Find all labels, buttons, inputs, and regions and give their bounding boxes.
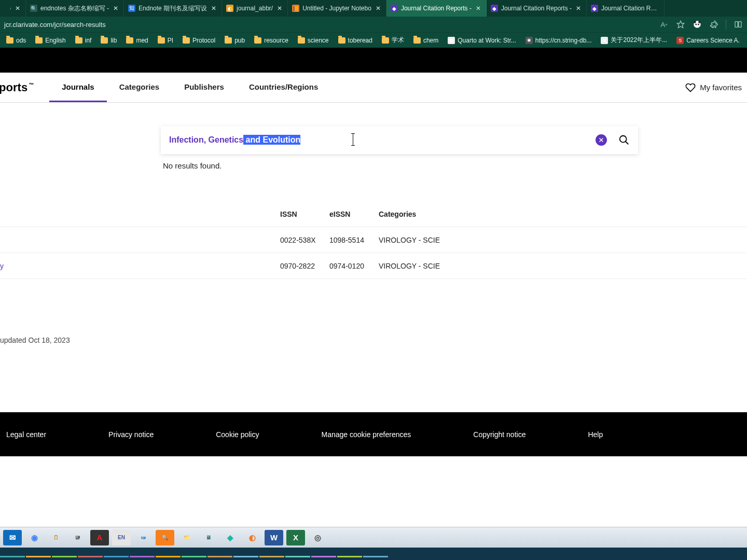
folder-icon <box>382 37 389 44</box>
nav-item-countriesregions[interactable]: Countries/Regions <box>237 73 330 102</box>
header-issn[interactable]: ISSN <box>280 210 329 218</box>
table-row[interactable]: y 0970-2822 0974-0120 VIROLOGY - SCIE <box>0 253 747 279</box>
taskbar-adobe-icon[interactable]: A <box>90 530 109 545</box>
footer-link[interactable]: Manage cookie preferences <box>321 430 411 439</box>
favorite-star-icon[interactable] <box>676 20 685 29</box>
header-categories[interactable]: Categories <box>379 210 747 218</box>
bookmark-item[interactable]: lib <box>98 36 120 45</box>
footer-link[interactable]: Cookie policy <box>216 430 259 439</box>
tab-close-button[interactable]: ✕ <box>276 5 283 12</box>
table-row[interactable]: 0022-538X 1098-5514 VIROLOGY - SCIE <box>0 227 747 253</box>
tab-title: Journal Citation Reports - <box>601 5 660 12</box>
bookmark-item[interactable]: SCareers Science A. <box>673 36 743 45</box>
extensions-icon[interactable] <box>709 20 718 29</box>
nav-item-publishers[interactable]: Publishers <box>172 73 237 102</box>
browser-tab[interactable]: ◆ Journal Citation Reports - ✕ <box>487 0 587 17</box>
bookmark-item[interactable]: pub <box>222 36 248 45</box>
nav-item-categories[interactable]: Categories <box>107 73 172 102</box>
strip-cell <box>104 556 129 557</box>
url-bar: jcr.clarivate.com/jcr/search-results A» <box>0 17 747 32</box>
tab-close-button[interactable]: ✕ <box>210 5 217 12</box>
url-text[interactable]: jcr.clarivate.com/jcr/search-results <box>4 21 654 29</box>
read-aloud-icon[interactable]: A» <box>659 20 669 29</box>
bookmark-item[interactable]: 学术 <box>379 35 407 46</box>
taskbar-explorer-icon[interactable]: 📁 <box>177 530 196 545</box>
tab-close-button[interactable]: ✕ <box>575 5 582 12</box>
cell-categories: VIROLOGY - SCIE <box>379 236 747 244</box>
bookmark-item[interactable]: toberead <box>335 36 376 45</box>
folder-icon <box>126 37 133 44</box>
bookmark-label: toberead <box>348 37 372 44</box>
browser-tab[interactable]: 📙 Untitled - Jupyter Notebo ✕ <box>288 0 386 17</box>
folder-icon <box>101 37 108 44</box>
bookmark-item[interactable]: English <box>32 36 68 45</box>
footer-link[interactable]: Help <box>588 430 603 439</box>
bookmark-item[interactable]: resource <box>251 36 292 45</box>
bookmark-item[interactable]: med <box>123 36 151 45</box>
search-button[interactable] <box>618 134 630 146</box>
tab-title: endnotes 杂志名称缩写 - <box>40 4 109 13</box>
bookmark-item[interactable]: inf <box>72 36 95 45</box>
search-box[interactable]: Infection, Genetics and Evolution <box>161 126 638 154</box>
bookmark-label: science <box>308 37 329 44</box>
browser-tab[interactable]: ◆ Journal Citation Reports - <box>587 0 665 17</box>
bookmark-item[interactable]: ods <box>3 36 29 45</box>
taskbar-jupyter-icon[interactable]: ◐ <box>243 530 261 545</box>
taskbar-db-icon[interactable]: 🖥 <box>199 530 218 545</box>
bookmark-label: resource <box>264 37 288 44</box>
taskbar-excel-icon[interactable]: X <box>286 530 305 545</box>
bookmark-item[interactable]: Protocol <box>179 36 218 45</box>
bookmark-label: https://cn.string-db... <box>535 37 592 44</box>
tab-favicon-icon: 📙 <box>292 5 299 12</box>
taskbar-pycharm-icon[interactable]: ◆ <box>221 530 240 545</box>
header-eissn[interactable]: eISSN <box>329 210 379 218</box>
tab-title: journal_abbr/ <box>237 5 273 12</box>
bookmark-item[interactable]: science <box>295 36 332 45</box>
search-input[interactable]: Infection, Genetics and Evolution <box>169 135 300 145</box>
footer-link[interactable]: Legal center <box>6 430 46 439</box>
browser-tab[interactable]: 🔍 endnotes 杂志名称缩写 - ✕ <box>26 0 124 17</box>
page-icon: ▦ <box>448 37 455 44</box>
folder-icon <box>183 37 190 44</box>
taskbar-word-icon[interactable]: W <box>265 530 283 545</box>
bookmark-item[interactable]: ▦Quarto at Work: Str... <box>445 36 519 45</box>
taskbar-endnote-icon[interactable]: EN <box>112 530 131 545</box>
tab-close-button[interactable]: ✕ <box>112 5 119 12</box>
strip-cell <box>259 556 284 557</box>
tab-close-button[interactable]: ✕ <box>475 5 482 12</box>
extension-panda-icon[interactable] <box>693 20 702 29</box>
site-logo[interactable]: Reports™ <box>0 73 49 102</box>
tab-favicon-icon: ◆ <box>591 5 598 12</box>
browser-tab[interactable]: ◐ journal_abbr/ ✕ <box>222 0 288 17</box>
browser-tab[interactable]: ◆ Journal Citation Reports - ✕ <box>386 0 487 17</box>
taskbar-obs-icon[interactable]: ◎ <box>308 530 327 545</box>
bookmark-label: med <box>136 37 148 44</box>
tab-close-button[interactable]: ✕ <box>375 5 382 12</box>
taskbar-mail-icon[interactable]: ✉ <box>3 530 22 545</box>
footer-link[interactable]: Copyright notice <box>473 430 525 439</box>
my-favorites-link[interactable]: My favorites <box>685 73 747 102</box>
taskbar-gene-icon[interactable]: ⎃ <box>134 530 153 545</box>
footer-link[interactable]: Privacy notice <box>108 430 154 439</box>
nav-item-journals[interactable]: Journals <box>49 73 107 102</box>
taskbar-note-icon[interactable]: 🗒 <box>47 530 65 545</box>
bookmark-item[interactable]: ✱https://cn.string-db... <box>522 36 595 45</box>
svg-point-5 <box>698 24 699 25</box>
bookmark-item[interactable]: 🗎关于2022年上半年... <box>598 35 670 46</box>
bookmark-item[interactable]: chem <box>410 36 441 45</box>
bookmark-item[interactable]: PI <box>155 36 176 45</box>
taskbar-everything-icon[interactable]: 🔍 <box>156 530 174 545</box>
cell-eissn: 0974-0120 <box>329 262 379 270</box>
tab-close-button[interactable]: ✕ <box>14 5 21 12</box>
split-screen-icon[interactable] <box>734 20 743 29</box>
browser-tab[interactable]: c of t ✕ <box>0 0 26 17</box>
cell-journal[interactable]: y <box>0 262 280 270</box>
bookmark-label: 关于2022年上半年... <box>611 36 667 45</box>
taskbar-chrome-icon[interactable]: ◉ <box>25 530 44 545</box>
clear-search-button[interactable] <box>596 134 607 146</box>
tab-favicon-icon: 🔍 <box>30 5 37 12</box>
page-icon: 🗎 <box>601 37 608 44</box>
tab-favicon-icon: ◆ <box>491 5 498 12</box>
browser-tab[interactable]: 知 Endnote 期刊名及缩写设 ✕ <box>124 0 222 17</box>
taskbar-terminal-icon[interactable]: 🖳 <box>68 530 87 545</box>
